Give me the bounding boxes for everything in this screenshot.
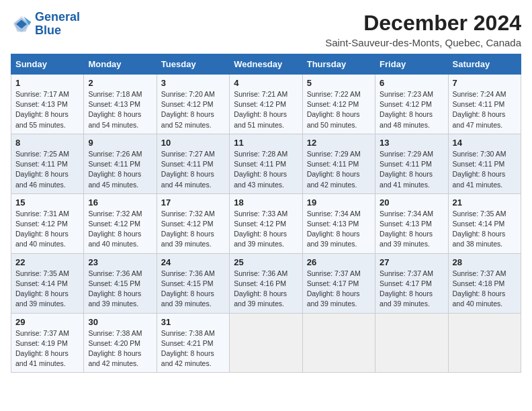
day-detail: Sunrise: 7:32 AMSunset: 4:12 PMDaylight:… xyxy=(88,210,142,248)
logo-icon xyxy=(11,13,32,35)
calendar-cell: 19 Sunrise: 7:34 AMSunset: 4:13 PMDaylig… xyxy=(302,193,375,253)
day-detail: Sunrise: 7:36 AMSunset: 4:16 PMDaylight:… xyxy=(234,269,287,308)
calendar-week-5: 29 Sunrise: 7:37 AMSunset: 4:19 PMDaylig… xyxy=(11,313,521,373)
day-number: 6 xyxy=(380,78,443,88)
day-number: 10 xyxy=(161,138,225,148)
calendar-cell: 26 Sunrise: 7:37 AMSunset: 4:17 PMDaylig… xyxy=(302,253,375,313)
calendar-cell: 8 Sunrise: 7:25 AMSunset: 4:11 PMDayligh… xyxy=(11,134,84,193)
day-detail: Sunrise: 7:27 AMSunset: 4:11 PMDaylight:… xyxy=(161,150,215,189)
day-detail: Sunrise: 7:37 AMSunset: 4:17 PMDaylight:… xyxy=(380,269,433,308)
day-number: 20 xyxy=(380,197,443,208)
day-detail: Sunrise: 7:38 AMSunset: 4:21 PMDaylight:… xyxy=(161,329,215,368)
calendar-table: SundayMondayTuesdayWednesdayThursdayFrid… xyxy=(11,54,521,373)
day-number: 18 xyxy=(234,197,298,208)
day-detail: Sunrise: 7:38 AMSunset: 4:20 PMDaylight:… xyxy=(88,329,142,368)
day-detail: Sunrise: 7:23 AMSunset: 4:12 PMDaylight:… xyxy=(380,90,433,129)
calendar-cell: 21 Sunrise: 7:35 AMSunset: 4:14 PMDaylig… xyxy=(448,193,521,253)
calendar-cell xyxy=(375,313,448,373)
day-number: 4 xyxy=(234,78,298,88)
day-number: 21 xyxy=(453,197,517,208)
day-number: 12 xyxy=(307,138,371,148)
day-detail: Sunrise: 7:31 AMSunset: 4:12 PMDaylight:… xyxy=(15,210,69,248)
col-header-sunday: Sunday xyxy=(11,54,84,75)
day-number: 17 xyxy=(161,197,225,208)
day-number: 27 xyxy=(380,257,443,267)
calendar-cell: 15 Sunrise: 7:31 AMSunset: 4:12 PMDaylig… xyxy=(11,193,84,253)
calendar-cell: 2 Sunrise: 7:18 AMSunset: 4:13 PMDayligh… xyxy=(84,75,157,134)
logo-text: General Blue xyxy=(35,11,80,38)
day-number: 14 xyxy=(453,138,517,148)
calendar-cell: 23 Sunrise: 7:36 AMSunset: 4:15 PMDaylig… xyxy=(84,253,157,313)
day-number: 1 xyxy=(15,78,79,88)
calendar-cell: 12 Sunrise: 7:29 AMSunset: 4:11 PMDaylig… xyxy=(302,134,375,193)
calendar-cell: 25 Sunrise: 7:36 AMSunset: 4:16 PMDaylig… xyxy=(230,253,302,313)
day-number: 3 xyxy=(161,78,225,88)
day-detail: Sunrise: 7:20 AMSunset: 4:12 PMDaylight:… xyxy=(161,90,215,129)
calendar-cell: 31 Sunrise: 7:38 AMSunset: 4:21 PMDaylig… xyxy=(157,313,229,373)
calendar-cell: 13 Sunrise: 7:29 AMSunset: 4:11 PMDaylig… xyxy=(375,134,448,193)
calendar-cell: 1 Sunrise: 7:17 AMSunset: 4:13 PMDayligh… xyxy=(11,75,84,134)
day-number: 30 xyxy=(88,317,152,327)
calendar-cell: 11 Sunrise: 7:28 AMSunset: 4:11 PMDaylig… xyxy=(230,134,302,193)
month-title: December 2024 xyxy=(325,11,521,36)
day-number: 8 xyxy=(15,138,79,148)
day-detail: Sunrise: 7:26 AMSunset: 4:11 PMDaylight:… xyxy=(88,150,142,189)
day-detail: Sunrise: 7:34 AMSunset: 4:13 PMDaylight:… xyxy=(380,210,433,248)
day-number: 9 xyxy=(88,138,152,148)
calendar-cell: 29 Sunrise: 7:37 AMSunset: 4:19 PMDaylig… xyxy=(11,313,84,373)
day-detail: Sunrise: 7:22 AMSunset: 4:12 PMDaylight:… xyxy=(307,90,361,129)
calendar-cell: 22 Sunrise: 7:35 AMSunset: 4:14 PMDaylig… xyxy=(11,253,84,313)
calendar-cell: 17 Sunrise: 7:32 AMSunset: 4:12 PMDaylig… xyxy=(157,193,229,253)
calendar-cell: 9 Sunrise: 7:26 AMSunset: 4:11 PMDayligh… xyxy=(84,134,157,193)
col-header-monday: Monday xyxy=(84,54,157,75)
day-number: 13 xyxy=(380,138,443,148)
day-detail: Sunrise: 7:21 AMSunset: 4:12 PMDaylight:… xyxy=(234,90,287,129)
day-number: 24 xyxy=(161,257,225,267)
day-number: 23 xyxy=(88,257,152,267)
day-detail: Sunrise: 7:36 AMSunset: 4:15 PMDaylight:… xyxy=(161,269,215,308)
day-number: 16 xyxy=(88,197,152,208)
calendar-cell: 5 Sunrise: 7:22 AMSunset: 4:12 PMDayligh… xyxy=(302,75,375,134)
location-title: Saint-Sauveur-des-Monts, Quebec, Canada xyxy=(325,37,521,48)
day-number: 2 xyxy=(88,78,152,88)
day-detail: Sunrise: 7:37 AMSunset: 4:19 PMDaylight:… xyxy=(15,329,69,368)
day-detail: Sunrise: 7:28 AMSunset: 4:11 PMDaylight:… xyxy=(234,150,287,189)
calendar-cell: 30 Sunrise: 7:38 AMSunset: 4:20 PMDaylig… xyxy=(84,313,157,373)
day-number: 25 xyxy=(234,257,298,267)
day-detail: Sunrise: 7:35 AMSunset: 4:14 PMDaylight:… xyxy=(15,269,69,308)
title-area: December 2024 Saint-Sauveur-des-Monts, Q… xyxy=(325,11,521,48)
day-detail: Sunrise: 7:17 AMSunset: 4:13 PMDaylight:… xyxy=(15,90,69,129)
calendar-cell: 6 Sunrise: 7:23 AMSunset: 4:12 PMDayligh… xyxy=(375,75,448,134)
calendar-cell: 14 Sunrise: 7:30 AMSunset: 4:11 PMDaylig… xyxy=(448,134,521,193)
day-number: 28 xyxy=(453,257,517,267)
calendar-header-row: SundayMondayTuesdayWednesdayThursdayFrid… xyxy=(11,54,521,75)
col-header-wednesday: Wednesday xyxy=(230,54,302,75)
day-detail: Sunrise: 7:30 AMSunset: 4:11 PMDaylight:… xyxy=(453,150,506,189)
day-detail: Sunrise: 7:33 AMSunset: 4:12 PMDaylight:… xyxy=(234,210,287,248)
day-detail: Sunrise: 7:25 AMSunset: 4:11 PMDaylight:… xyxy=(15,150,69,189)
day-detail: Sunrise: 7:32 AMSunset: 4:12 PMDaylight:… xyxy=(161,210,215,248)
day-detail: Sunrise: 7:37 AMSunset: 4:18 PMDaylight:… xyxy=(453,269,506,308)
day-number: 22 xyxy=(15,257,79,267)
col-header-saturday: Saturday xyxy=(448,54,521,75)
calendar-cell: 7 Sunrise: 7:24 AMSunset: 4:11 PMDayligh… xyxy=(448,75,521,134)
day-number: 31 xyxy=(161,317,225,327)
col-header-thursday: Thursday xyxy=(302,54,375,75)
calendar-week-4: 22 Sunrise: 7:35 AMSunset: 4:14 PMDaylig… xyxy=(11,253,521,313)
calendar-week-2: 8 Sunrise: 7:25 AMSunset: 4:11 PMDayligh… xyxy=(11,134,521,193)
page-header: General Blue December 2024 Saint-Sauveur… xyxy=(11,11,521,48)
logo: General Blue xyxy=(11,11,80,38)
calendar-cell: 27 Sunrise: 7:37 AMSunset: 4:17 PMDaylig… xyxy=(375,253,448,313)
calendar-cell: 3 Sunrise: 7:20 AMSunset: 4:12 PMDayligh… xyxy=(157,75,229,134)
calendar-cell xyxy=(448,313,521,373)
day-detail: Sunrise: 7:34 AMSunset: 4:13 PMDaylight:… xyxy=(307,210,361,248)
calendar-cell: 4 Sunrise: 7:21 AMSunset: 4:12 PMDayligh… xyxy=(230,75,302,134)
day-number: 7 xyxy=(453,78,517,88)
day-detail: Sunrise: 7:37 AMSunset: 4:17 PMDaylight:… xyxy=(307,269,361,308)
calendar-cell: 18 Sunrise: 7:33 AMSunset: 4:12 PMDaylig… xyxy=(230,193,302,253)
day-detail: Sunrise: 7:36 AMSunset: 4:15 PMDaylight:… xyxy=(88,269,142,308)
day-number: 15 xyxy=(15,197,79,208)
day-number: 26 xyxy=(307,257,371,267)
day-number: 19 xyxy=(307,197,371,208)
col-header-friday: Friday xyxy=(375,54,448,75)
